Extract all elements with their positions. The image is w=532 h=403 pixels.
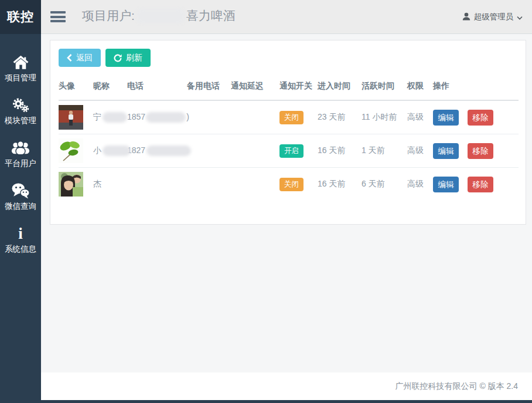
notify-delay-cell [231,168,279,201]
wechat-icon [11,182,30,199]
sidebar-item-system-info[interactable]: i 系统信息 [0,225,41,267]
home-icon [13,53,29,71]
refresh-icon [114,54,122,62]
avatar-image [59,172,83,197]
permission-cell: 高级 [407,134,433,168]
col-header-permission: 权限 [407,75,433,100]
users-table: 头像 昵称 电话 备用电话 通知延迟 通知开关 进入时间 活跃时间 权限 操作 [59,75,519,201]
table-row: 杰 关闭 16 天前 6 天前 高级 编辑 移除 [59,168,519,201]
user-name-label: 超级管理员 [474,12,514,22]
hamburger-menu-icon[interactable] [50,11,66,25]
avatar-image [59,105,83,130]
col-header-entry-time: 进入时间 [318,75,362,100]
entry-time-cell: 16 天前 [318,168,362,201]
page-title-prefix: 项目用户: [82,8,135,24]
notify-switch-badge[interactable]: 关闭 [279,178,303,191]
backup-phone-cell [187,100,231,134]
phone-tail-text: ) [186,112,189,121]
main-content: 返回 刷新 头像 [41,35,532,372]
remove-button[interactable]: 移除 [468,177,493,192]
sidebar-item-projects[interactable]: 项目管理 [0,53,41,96]
entry-time-cell: 23 天前 [318,100,362,134]
info-icon: i [18,225,23,242]
col-header-avatar: 头像 [59,75,93,100]
phone-text: 1857 [127,112,145,121]
redacted-text [103,112,127,123]
notify-switch-badge[interactable]: 开启 [279,144,303,158]
app-window: 联控 项目管理 [0,0,532,403]
col-header-phone: 电话 [127,75,187,100]
user-account-menu[interactable]: 超级管理员 [462,12,523,22]
edit-button[interactable]: 编辑 [433,110,459,126]
table-row: 小 1827 开启 16 天前 1 天前 高级 编辑 移除 [59,134,519,168]
active-time-cell: 1 天前 [362,134,407,168]
backup-phone-cell [187,168,231,201]
redacted-text [136,9,185,23]
chevron-down-icon [517,13,523,22]
bottom-accent-bar [0,400,532,403]
entry-time-cell: 16 天前 [318,134,362,168]
table-header-row: 头像 昵称 电话 备用电话 通知延迟 通知开关 进入时间 活跃时间 权限 操作 [59,75,519,100]
page-title: 项目用户: 喜力啤酒 [82,8,236,24]
table-row: 宁 1857) 关闭 23 天前 11 小时前 高级 编辑 移除 [59,100,519,134]
user-icon [462,12,470,22]
sidebar-item-label: 微信查询 [5,201,36,212]
notify-switch-badge[interactable]: 关闭 [279,111,303,124]
sidebar-menu: 项目管理 模块管理 [0,34,41,267]
avatar-image [59,138,83,163]
col-header-backup-phone: 备用电话 [187,75,231,100]
nickname-text: 小 [93,145,101,155]
user-list-card: 返回 刷新 头像 [50,40,526,225]
sidebar-item-modules[interactable]: 模块管理 [0,96,41,139]
nickname-text: 杰 [93,179,101,188]
notify-delay-cell [231,134,279,168]
remove-button[interactable]: 移除 [468,143,493,159]
redacted-text [103,145,131,156]
gears-icon [12,96,29,114]
refresh-button[interactable]: 刷新 [105,49,151,67]
redacted-text [146,145,191,156]
page-footer: 广州联控科技有限公司 © 版本 2.4 [41,372,532,400]
active-time-cell: 11 小时前 [362,100,407,134]
sidebar-item-label: 模块管理 [5,116,36,126]
page-title-suffix: 喜力啤酒 [186,8,236,24]
col-header-notify-switch: 通知开关 [279,75,318,100]
sidebar: 联控 项目管理 [0,0,41,403]
col-header-active-time: 活跃时间 [362,75,407,100]
backup-phone-cell [187,134,231,168]
col-header-notify-delay: 通知延迟 [231,75,279,100]
col-header-actions: 操作 [433,75,519,100]
edit-button[interactable]: 编辑 [433,177,459,192]
permission-cell: 高级 [407,100,433,134]
brand-logo[interactable]: 联控 [0,0,41,34]
users-icon [11,139,30,157]
edit-button[interactable]: 编辑 [433,143,459,159]
chevron-left-icon [67,54,72,62]
toolbar: 返回 刷新 [50,40,526,67]
sidebar-item-label: 系统信息 [5,244,36,255]
sidebar-item-label: 平台用户 [5,158,36,169]
permission-cell: 高级 [407,168,433,201]
sidebar-item-platform-users[interactable]: 平台用户 [0,139,41,182]
sidebar-item-wechat[interactable]: 微信查询 [0,182,41,225]
notify-delay-cell [231,100,279,134]
top-header: 项目用户: 喜力啤酒 超级管理员 [41,0,532,34]
col-header-nickname: 昵称 [93,75,127,100]
remove-button[interactable]: 移除 [468,110,493,126]
sidebar-item-label: 项目管理 [5,73,36,83]
back-button[interactable]: 返回 [59,49,101,67]
footer-text: 广州联控科技有限公司 © 版本 2.4 [395,381,518,392]
active-time-cell: 6 天前 [362,168,407,201]
nickname-text: 宁 [93,112,101,121]
redacted-text [146,112,186,123]
